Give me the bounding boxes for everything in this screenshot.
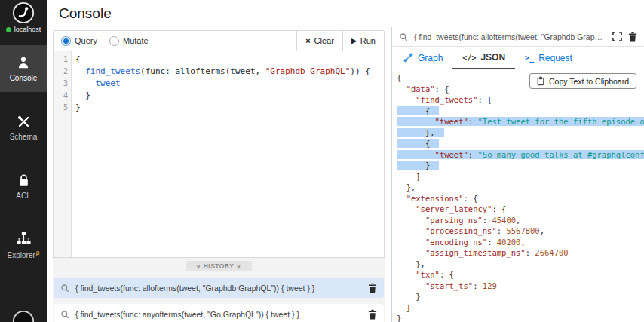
result-query-summary: { find_tweets(func: allofterms(tweet, "G… (414, 32, 606, 41)
sidebar-item-label: Console (10, 74, 38, 82)
delete-history-button[interactable] (368, 309, 377, 320)
server-label: localhost (14, 26, 41, 33)
radio-selected-icon (61, 36, 71, 46)
mutate-mode-label: Mutate (123, 36, 149, 45)
json-lines: { "data": { "find_tweets": [ { "tweet": … (397, 72, 644, 322)
json-line: }, (397, 259, 644, 270)
query-mode-radio[interactable]: Query (61, 36, 97, 46)
sidebar-nav: Console Schema (0, 45, 47, 281)
code-line: } (75, 102, 384, 114)
history-area: ∨ HISTORY ∨ { find_tweets(func: allofter… (53, 258, 385, 322)
history-item[interactable]: { find_tweets(func: allofterms(tweet, "G… (54, 278, 384, 298)
json-line: } (397, 291, 644, 302)
console-icon (15, 55, 32, 70)
app-window: localhost Console (0, 0, 644, 322)
delete-history-button[interactable] (368, 283, 377, 293)
fullscreen-icon[interactable] (612, 32, 622, 41)
sidebar-item-label: Schema (10, 133, 38, 141)
clipboard-icon (537, 76, 544, 86)
mutate-mode-radio[interactable]: Mutate (109, 36, 149, 46)
query-editor[interactable]: 12345 { find_tweets(func: allofterms(twe… (53, 51, 385, 258)
terminal-icon: >_ (525, 54, 534, 62)
query-toolbar: Query Mutate × Clear ▶ Run (53, 30, 385, 51)
json-line: } (397, 313, 644, 322)
content: Query Mutate × Clear ▶ Run (47, 27, 644, 322)
code-line: tweet (75, 78, 384, 90)
tab-request[interactable]: >_ Request (515, 47, 582, 69)
sidebar-item-schema[interactable]: Schema (0, 104, 47, 151)
search-icon (60, 284, 69, 293)
sidebar-item-explorer[interactable]: Explorerβ (0, 222, 47, 268)
main-area: Console Query Mutate (47, 0, 644, 322)
copy-to-clipboard-button[interactable]: Copy Text to Clipboard (529, 73, 636, 89)
graph-icon (403, 53, 413, 63)
query-panel: Query Mutate × Clear ▶ Run (47, 27, 392, 322)
page-header: Console (47, 0, 644, 27)
result-tabs: Graph </> JSON >_ Request (392, 47, 644, 69)
json-line: "assign_timestamp_ns": 2664700 (397, 247, 644, 259)
history-item[interactable]: { find_tweets(func: anyofterms(tweet, "G… (54, 304, 384, 322)
search-icon (399, 32, 408, 41)
line-number: 3 (54, 78, 71, 90)
sitemap-icon (15, 231, 32, 246)
editor-gutter: 12345 (54, 51, 72, 257)
json-line: "tweet": "Test tweet for the fifth episo… (397, 116, 644, 127)
json-line: { (397, 106, 644, 117)
json-line: "find_tweets": [ (397, 94, 644, 106)
code-icon: </> (462, 54, 476, 62)
run-button-label: Run (360, 36, 376, 45)
tab-graph-label: Graph (418, 53, 443, 63)
json-line: "processing_ns": 5567800, (397, 225, 644, 237)
search-icon (60, 310, 69, 319)
json-line: { (397, 138, 644, 149)
page-title: Console (59, 5, 112, 22)
connection-status-dot (6, 27, 11, 32)
code-line: { (75, 54, 384, 66)
sidebar-item-partial[interactable] (0, 310, 47, 322)
json-line: } (397, 160, 644, 171)
tools-icon (15, 114, 32, 129)
sidebar: localhost Console (0, 0, 47, 322)
json-line: ] (397, 171, 644, 182)
tab-json-label: JSON (480, 52, 505, 63)
line-number: 4 (54, 90, 71, 102)
sidebar-item-console[interactable]: Console (0, 45, 47, 92)
json-line: "parsing_ns": 45400, (397, 215, 644, 226)
editor-code: { find_tweets(func: allofterms(tweet, "G… (72, 51, 384, 257)
json-result-view[interactable]: Copy Text to Clipboard { "data": { "find… (392, 69, 644, 322)
json-line: "tweet": "So many good talks at #graphql… (397, 149, 644, 161)
json-line: }, (397, 182, 644, 193)
json-line: "server_latency": { (397, 204, 644, 215)
query-mode-label: Query (75, 36, 97, 45)
history-query-text: { find_tweets(func: anyofterms(tweet, "G… (75, 310, 362, 319)
line-number: 1 (54, 54, 71, 66)
dgraph-logo (12, 2, 35, 24)
clear-button-label: Clear (314, 36, 334, 45)
line-number: 5 (54, 102, 71, 114)
lock-icon (15, 173, 32, 188)
history-query-text: { find_tweets(func: allofterms(tweet, "G… (75, 284, 362, 293)
tab-graph[interactable]: Graph (394, 47, 452, 69)
json-line: }, (397, 127, 644, 139)
clear-button[interactable]: × Clear (296, 31, 342, 51)
run-button[interactable]: ▶ Run (342, 31, 384, 51)
tab-json[interactable]: </> JSON (452, 47, 515, 69)
server-status[interactable]: localhost (6, 0, 41, 33)
json-line: } (397, 302, 644, 314)
dgraph-logo-bottom (12, 310, 35, 322)
sidebar-item-acl[interactable]: ACL (0, 163, 47, 210)
delete-result-button[interactable] (628, 32, 637, 42)
line-number: 2 (54, 66, 71, 78)
clear-x-icon: × (305, 36, 310, 45)
results-panel: { find_tweets(func: allofterms(tweet, "G… (392, 27, 644, 322)
play-icon: ▶ (351, 37, 357, 44)
mode-radios: Query Mutate (54, 36, 296, 46)
code-line: find_tweets(func: allofterms(tweet, "Gra… (75, 66, 384, 78)
json-line: "encoding_ns": 40200, (397, 237, 644, 248)
sidebar-item-label: Explorerβ (8, 250, 40, 259)
results-topbar: { find_tweets(func: allofterms(tweet, "G… (392, 27, 644, 47)
json-line: "start_ts": 129 (397, 281, 644, 292)
history-toggle-button[interactable]: ∨ HISTORY ∨ (186, 261, 252, 271)
tab-request-label: Request (538, 53, 572, 63)
code-line: } (75, 90, 384, 102)
